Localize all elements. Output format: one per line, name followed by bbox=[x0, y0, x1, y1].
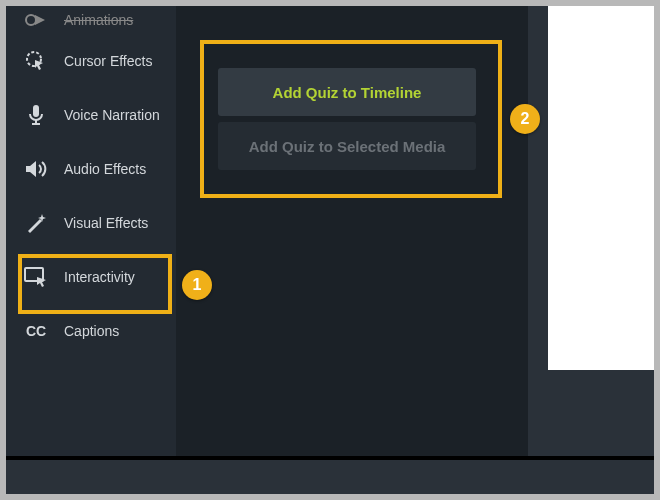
right-gutter bbox=[528, 6, 654, 456]
sidebar-item-label: Animations bbox=[64, 12, 133, 28]
sidebar-item-label: Cursor Effects bbox=[64, 53, 152, 69]
preview-panel bbox=[548, 6, 654, 370]
sidebar-item-label: Audio Effects bbox=[64, 161, 146, 177]
visual-effects-icon bbox=[24, 211, 48, 235]
sidebar-item-label: Captions bbox=[64, 323, 119, 339]
svg-point-0 bbox=[26, 15, 36, 25]
add-quiz-timeline-button[interactable]: Add Quiz to Timeline bbox=[218, 68, 476, 116]
voice-narration-icon bbox=[24, 103, 48, 127]
captions-icon: CC bbox=[24, 319, 48, 343]
animations-icon bbox=[24, 8, 48, 32]
callout-marker-2: 2 bbox=[510, 104, 540, 134]
interactivity-icon bbox=[24, 265, 48, 289]
sidebar-item-captions[interactable]: CC Captions bbox=[6, 304, 176, 358]
sidebar-item-visual-effects[interactable]: Visual Effects bbox=[6, 196, 176, 250]
app-window: Animations Cursor Effects Voice Narratio… bbox=[6, 6, 654, 456]
bottom-bar bbox=[6, 460, 654, 494]
quiz-button-group: Add Quiz to Timeline Add Quiz to Selecte… bbox=[210, 54, 484, 184]
sidebar-item-interactivity[interactable]: Interactivity bbox=[6, 250, 176, 304]
sidebar-item-cursor-effects[interactable]: Cursor Effects bbox=[6, 34, 176, 88]
sidebar-item-animations[interactable]: Animations bbox=[6, 6, 176, 34]
button-label: Add Quiz to Selected Media bbox=[249, 138, 446, 155]
audio-effects-icon bbox=[24, 157, 48, 181]
screenshot-frame: Animations Cursor Effects Voice Narratio… bbox=[6, 6, 654, 494]
sidebar: Animations Cursor Effects Voice Narratio… bbox=[6, 6, 176, 456]
sidebar-item-label: Visual Effects bbox=[64, 215, 148, 231]
svg-rect-2 bbox=[33, 105, 39, 117]
sidebar-item-label: Interactivity bbox=[64, 269, 135, 285]
callout-marker-1: 1 bbox=[182, 270, 212, 300]
sidebar-item-voice-narration[interactable]: Voice Narration bbox=[6, 88, 176, 142]
sidebar-item-audio-effects[interactable]: Audio Effects bbox=[6, 142, 176, 196]
main-panel: Add Quiz to Timeline Add Quiz to Selecte… bbox=[176, 6, 654, 456]
add-quiz-selected-media-button: Add Quiz to Selected Media bbox=[218, 122, 476, 170]
sidebar-item-label: Voice Narration bbox=[64, 107, 160, 123]
button-label: Add Quiz to Timeline bbox=[273, 84, 422, 101]
cursor-effects-icon bbox=[24, 49, 48, 73]
